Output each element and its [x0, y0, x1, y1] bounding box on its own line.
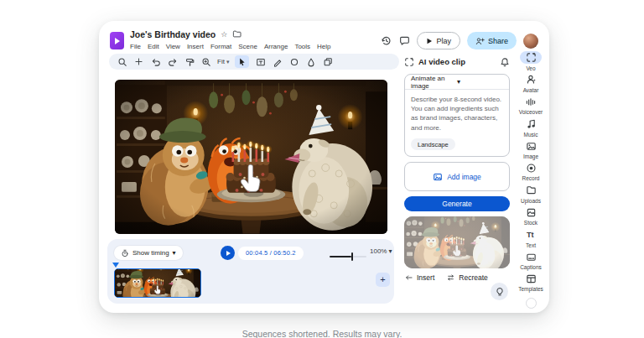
- document-title[interactable]: Joe's Birthday video: [130, 29, 216, 39]
- avatar-icon: [520, 73, 542, 86]
- playhead-marker[interactable]: [112, 263, 119, 268]
- rail-item-avatar[interactable]: Avatar: [520, 73, 542, 95]
- add-icon[interactable]: [133, 56, 144, 67]
- user-avatar[interactable]: [523, 34, 538, 49]
- move-folder-icon[interactable]: [232, 30, 242, 39]
- rail-item-image[interactable]: Image: [520, 140, 542, 162]
- add-image-button[interactable]: Add image: [404, 162, 510, 191]
- menu-edit[interactable]: Edit: [148, 43, 159, 50]
- generated-preview[interactable]: [404, 216, 510, 268]
- star-icon[interactable]: ☆: [221, 31, 227, 39]
- record-icon: [520, 162, 542, 174]
- recreate-button[interactable]: Recreate: [446, 273, 488, 282]
- rail-item-voiceover[interactable]: Voiceover: [519, 96, 543, 117]
- redo-icon[interactable]: [167, 56, 178, 67]
- timeline-clip[interactable]: [114, 268, 201, 298]
- fit-zoom-dropdown[interactable]: Fit▾: [217, 58, 229, 65]
- arrow-left-icon: [404, 273, 413, 282]
- ai-video-clip-panel: AI video clip Animate an image▾ Describe…: [404, 55, 510, 282]
- notifications-bell-icon[interactable]: [500, 57, 510, 67]
- templates-icon: [520, 273, 542, 285]
- timeline-zoom-slider[interactable]: [330, 252, 366, 261]
- add-scene-button[interactable]: +: [376, 273, 390, 287]
- paint-format-icon[interactable]: [184, 56, 195, 67]
- clip-thumbnail: [115, 269, 200, 297]
- menubar: File Edit View Insert Format Scene Arran…: [130, 43, 331, 50]
- disclaimer-text: Sequences shortened. Results may vary.: [0, 329, 644, 338]
- prompt-card: Animate an image▾ Describe your 8-second…: [404, 74, 510, 157]
- background-droplet-icon[interactable]: [305, 56, 316, 67]
- menu-format[interactable]: Format: [210, 43, 231, 50]
- scene-illustration: [115, 80, 387, 234]
- generate-button[interactable]: Generate: [404, 196, 510, 211]
- rail-item-stock[interactable]: Stock: [520, 206, 542, 228]
- screen: Joe's Birthday video ☆ File Edit View In…: [0, 0, 644, 338]
- veo-icon: [520, 51, 542, 64]
- timeline-play-button[interactable]: [221, 246, 235, 260]
- menu-view[interactable]: View: [166, 43, 180, 50]
- text-box-icon[interactable]: [255, 56, 266, 67]
- stock-icon: [520, 206, 542, 219]
- vids-logo-icon[interactable]: [110, 32, 124, 49]
- aspect-ratio-chip[interactable]: Landscape: [411, 138, 455, 150]
- rail-item-uploads[interactable]: Uploads: [520, 184, 542, 205]
- rail-item-record[interactable]: Record: [520, 162, 542, 184]
- uploads-folder-icon: [520, 184, 542, 196]
- veo-frame-icon: [404, 57, 414, 67]
- menu-file[interactable]: File: [130, 43, 141, 50]
- menu-help[interactable]: Help: [317, 43, 330, 50]
- rail-item-music[interactable]: Music: [520, 117, 542, 139]
- video-canvas[interactable]: [115, 80, 387, 234]
- shape-icon[interactable]: [288, 56, 299, 67]
- menu-arrange[interactable]: Arrange: [264, 43, 288, 50]
- prompt-placeholder: Describe your 8-second video. You can ad…: [411, 95, 503, 133]
- pen-icon[interactable]: [272, 56, 283, 67]
- captions-icon: [520, 251, 542, 263]
- panel-title: AI video clip: [418, 57, 496, 66]
- rail-item-text[interactable]: Tt Text: [520, 228, 542, 250]
- music-icon: [520, 117, 542, 130]
- app-window: Joe's Birthday video ☆ File Edit View In…: [99, 21, 549, 313]
- play-button[interactable]: Play: [417, 32, 460, 49]
- search-icon[interactable]: [117, 56, 127, 67]
- clone-icon[interactable]: [322, 56, 333, 67]
- rail-item-veo[interactable]: Veo: [520, 51, 542, 73]
- rail-item-templates[interactable]: Templates: [518, 273, 543, 294]
- zoom-level-dropdown[interactable]: 100%▾: [370, 247, 392, 255]
- tools-rail: Veo Avatar Voiceover Music Image Record: [513, 51, 548, 309]
- zoom-icon[interactable]: [200, 56, 211, 67]
- rail-item-captions[interactable]: Captions: [520, 251, 542, 273]
- voiceover-icon: [520, 96, 542, 108]
- undo-icon[interactable]: [150, 56, 161, 67]
- menu-tools[interactable]: Tools: [294, 43, 310, 50]
- timeline-panel: Show timing ▾ 00:04.5 / 06:50.2 100%▾ +: [107, 239, 394, 304]
- image-icon: [520, 140, 542, 153]
- mode-dropdown[interactable]: Animate an image▾: [405, 75, 509, 90]
- menu-scene[interactable]: Scene: [238, 43, 257, 50]
- select-cursor-icon[interactable]: [235, 55, 249, 68]
- rail-more-indicator: [526, 298, 537, 309]
- time-display: 00:04.5 / 06:50.2: [238, 247, 304, 260]
- edit-toolbar: Fit▾: [109, 54, 399, 70]
- comment-icon[interactable]: [398, 35, 410, 47]
- suggestions-lightbulb-button[interactable]: [491, 283, 508, 300]
- show-timing-button[interactable]: Show timing ▾: [114, 246, 183, 260]
- recreate-icon: [446, 273, 455, 282]
- text-icon: Tt: [520, 228, 542, 241]
- version-history-icon[interactable]: [380, 35, 392, 47]
- prompt-textarea[interactable]: Describe your 8-second video. You can ad…: [405, 90, 509, 156]
- svg-text:Tt: Tt: [526, 231, 533, 239]
- insert-button[interactable]: Insert: [404, 273, 434, 282]
- slider-handle[interactable]: [351, 252, 354, 261]
- menu-insert[interactable]: Insert: [187, 43, 204, 50]
- share-button[interactable]: Share: [467, 32, 517, 49]
